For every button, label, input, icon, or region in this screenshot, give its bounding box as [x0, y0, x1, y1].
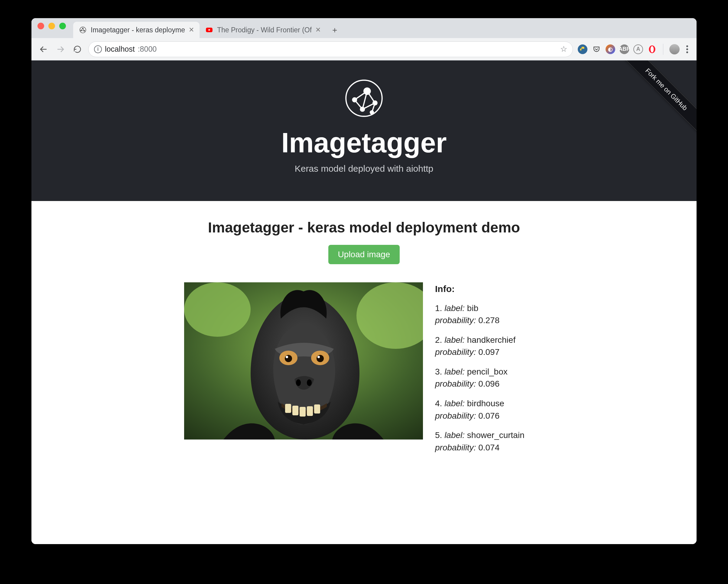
bookmark-star-icon[interactable]: ☆ — [560, 45, 567, 54]
info-heading: Info: — [435, 282, 544, 296]
label-value: handkerchief — [467, 335, 516, 345]
prediction-item: 4. label: birdhouseprobability: 0.076 — [435, 398, 544, 422]
window-zoom-button[interactable] — [59, 23, 66, 29]
prediction-item: 5. label: shower_curtainprobability: 0.0… — [435, 429, 544, 454]
svg-point-36 — [307, 379, 312, 386]
profile-avatar[interactable] — [669, 44, 680, 54]
tab-title: The Prodigy - Wild Frontier (Of — [217, 26, 312, 34]
svg-rect-38 — [292, 406, 298, 415]
prediction-rank: 2. — [435, 335, 442, 345]
label-value: shower_curtain — [467, 430, 524, 440]
label-key: label: — [444, 367, 465, 376]
predictions-info: Info: 1. label: bibprobability: 0.2782. … — [435, 282, 544, 461]
fork-on-github-ribbon[interactable]: Fork me on GitHub — [606, 60, 697, 151]
result-row: Info: 1. label: bibprobability: 0.2782. … — [31, 282, 697, 461]
url-port: :8000 — [138, 45, 157, 53]
label-value: birdhouse — [467, 399, 504, 408]
prediction-rank: 3. — [435, 367, 442, 376]
svg-point-27 — [184, 282, 251, 337]
label-value: pencil_box — [467, 367, 508, 376]
address-bar[interactable]: i localhost:8000 ☆ — [88, 42, 573, 57]
extension-icon-pocket[interactable] — [592, 45, 601, 54]
window-controls — [37, 23, 66, 29]
svg-rect-41 — [314, 404, 320, 414]
tab-close-button[interactable]: ✕ — [315, 27, 321, 33]
hero: Imagetagger Keras model deployed with ai… — [31, 60, 697, 201]
prediction-rank: 4. — [435, 399, 442, 408]
label-key: label: — [444, 430, 465, 440]
svg-point-35 — [296, 379, 301, 386]
svg-line-23 — [355, 100, 363, 109]
svg-rect-39 — [300, 407, 306, 417]
extension-icon-python[interactable] — [578, 45, 588, 54]
label-key: label: — [444, 399, 465, 408]
extension-icon-abp[interactable]: ABP — [620, 45, 629, 54]
probability-key: probability: — [435, 347, 476, 357]
page-heading: Imagetagger - keras model deployment dem… — [31, 219, 697, 236]
page-content: Fork me on GitHub I — [31, 60, 697, 544]
logo-network-icon — [344, 79, 384, 118]
prediction-item: 3. label: pencil_boxprobability: 0.096 — [435, 366, 544, 390]
prediction-rank: 5. — [435, 430, 442, 440]
prediction-rank: 1. — [435, 303, 442, 313]
svg-point-13 — [651, 46, 654, 52]
tab-youtube[interactable]: The Prodigy - Wild Frontier (Of ✕ — [200, 22, 326, 38]
new-tab-button[interactable]: + — [329, 24, 341, 36]
extension-icon-a[interactable]: A — [633, 45, 643, 54]
probability-value: 0.097 — [478, 347, 499, 357]
tab-imagetagger[interactable]: Imagetagger - keras deployme ✕ — [73, 22, 200, 38]
site-info-icon[interactable]: i — [94, 45, 102, 53]
probability-value: 0.076 — [478, 411, 499, 421]
svg-rect-40 — [307, 406, 313, 416]
svg-line-5 — [83, 28, 84, 31]
svg-rect-37 — [285, 404, 291, 413]
fork-on-github-label: Fork me on GitHub — [616, 60, 697, 140]
tab-title: Imagetagger - keras deployme — [91, 26, 185, 34]
uploaded-image — [184, 282, 423, 440]
prediction-item: 1. label: bibprobability: 0.278 — [435, 302, 544, 327]
prediction-item: 2. label: handkerchiefprobability: 0.097 — [435, 334, 544, 359]
svg-line-4 — [81, 28, 83, 30]
probability-key: probability: — [435, 316, 476, 325]
upload-image-button[interactable]: Upload image — [328, 245, 400, 264]
hero-subtitle: Keras model deployed with aiohttp — [31, 163, 697, 174]
tab-close-button[interactable]: ✕ — [189, 27, 194, 33]
probability-key: probability: — [435, 443, 476, 452]
back-button[interactable] — [37, 43, 50, 55]
svg-point-33 — [286, 356, 288, 358]
probability-value: 0.096 — [478, 379, 499, 389]
svg-point-32 — [316, 355, 324, 362]
probability-value: 0.278 — [478, 316, 499, 325]
svg-line-6 — [81, 30, 84, 31]
youtube-favicon-icon — [205, 26, 213, 34]
label-value: bib — [467, 303, 478, 313]
forward-button[interactable] — [54, 43, 67, 55]
probability-key: probability: — [435, 379, 476, 389]
reload-button[interactable] — [71, 43, 83, 55]
probability-key: probability: — [435, 411, 476, 421]
svg-point-31 — [285, 355, 292, 362]
window-close-button[interactable] — [37, 23, 44, 29]
browser-menu-button[interactable] — [684, 45, 691, 53]
probability-value: 0.074 — [478, 443, 499, 452]
browser-window: Imagetagger - keras deployme ✕ The Prodi… — [31, 18, 697, 544]
extension-icon-similarweb[interactable]: ◐ — [605, 45, 615, 54]
extension-icon-opera[interactable] — [647, 45, 657, 54]
svg-point-11 — [582, 47, 582, 48]
network-favicon-icon — [79, 26, 87, 34]
url-host: localhost — [105, 45, 135, 53]
window-minimize-button[interactable] — [48, 23, 55, 29]
label-key: label: — [444, 303, 465, 313]
toolbar: i localhost:8000 ☆ ◐ ABP A — [31, 38, 697, 60]
svg-point-34 — [317, 356, 320, 358]
svg-line-21 — [367, 91, 375, 103]
tab-strip: Imagetagger - keras deployme ✕ The Prodi… — [31, 18, 697, 38]
label-key: label: — [444, 335, 465, 345]
hero-title: Imagetagger — [31, 127, 697, 159]
extension-icons: ◐ ABP A — [578, 44, 691, 55]
main-section: Imagetagger - keras model deployment dem… — [31, 201, 697, 485]
